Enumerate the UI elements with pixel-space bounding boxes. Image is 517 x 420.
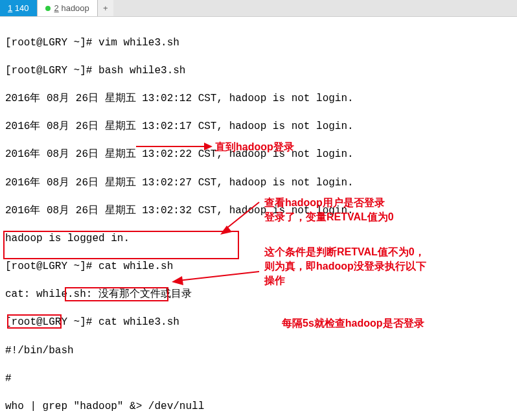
tab-add-button[interactable]: + <box>98 0 113 16</box>
annotation-text: 操作 <box>264 274 285 288</box>
svg-marker-5 <box>172 276 183 285</box>
tab-2[interactable]: 2 hadoop <box>38 0 98 16</box>
terminal-line: #!/bin/bash <box>5 344 512 358</box>
tab-1-number: 1 <box>8 3 12 13</box>
terminal-output: [root@LGRY ~]# vim while3.sh [root@LGRY … <box>0 17 517 420</box>
terminal-line: 2016年 08月 26日 星期五 13:02:12 CST, hadoop i… <box>5 92 512 106</box>
terminal-line: [root@LGRY ~]# cat while3.sh <box>5 316 512 330</box>
terminal-line: [root@LGRY ~]# bash while3.sh <box>5 64 512 78</box>
tab-2-number: 2 <box>54 3 59 13</box>
terminal-line: cat: while.sh: 没有那个文件或目录 <box>5 288 512 302</box>
terminal-line: who | grep "hadoop" &> /dev/null <box>5 400 512 414</box>
terminal-line: 2016年 08月 26日 星期五 13:02:27 CST, hadoop i… <box>5 176 512 191</box>
terminal-line: # <box>5 372 512 386</box>
plus-icon: + <box>103 3 108 13</box>
tab-1-label-text: 140 <box>15 3 29 13</box>
modified-dot-icon <box>45 6 51 11</box>
terminal-line: 2016年 08月 26日 星期五 13:02:22 CST, hadoop i… <box>5 148 512 162</box>
terminal-line: 2016年 08月 26日 星期五 13:02:17 CST, hadoop i… <box>5 120 512 134</box>
annotation-text: 这个条件是判断RETVAL值不为0， <box>264 245 425 259</box>
terminal-line: [root@LGRY ~]# cat while.sh <box>5 260 512 274</box>
terminal-line: hadoop is logged in. <box>5 232 512 246</box>
tab-1[interactable]: 1 140 <box>0 0 38 16</box>
tab-2-label-text: hadoop <box>61 3 89 13</box>
terminal-line: 2016年 08月 26日 星期五 13:02:32 CST, hadoop i… <box>5 204 512 218</box>
tab-bar: 1 140 2 hadoop + <box>0 0 517 17</box>
terminal-line: [root@LGRY ~]# vim while3.sh <box>5 36 512 51</box>
